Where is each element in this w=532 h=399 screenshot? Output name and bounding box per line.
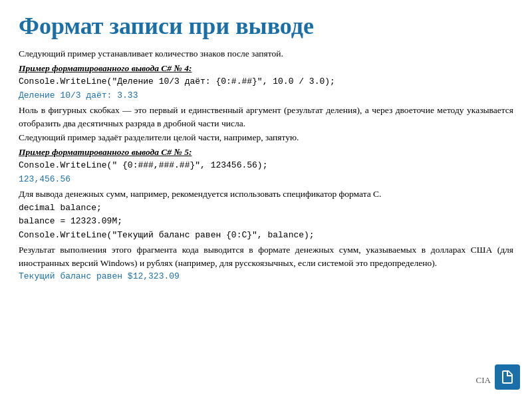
document-icon: [499, 369, 515, 385]
example4-label: Пример форматированного вывода C# № 4:: [19, 62, 513, 75]
bottom-right-icon: [495, 364, 520, 390]
example5-output: 123,456.56: [19, 174, 513, 186]
content-area: Следующий пример устанавливает количеств…: [19, 47, 513, 283]
para2: Для вывода денежных сумм, например, реко…: [19, 188, 513, 201]
example4-code: Console.WriteLine("Деление 10/3 даёт: {0…: [19, 76, 513, 88]
code2: balance = 12323.09M;: [19, 215, 513, 228]
para1: Ноль в фигурных скобках — это первый и е…: [19, 104, 513, 130]
example5-code: Console.WriteLine(" {0:###,###.##}", 123…: [19, 160, 513, 172]
code3: Console.WriteLine("Текущий баланс равен …: [19, 229, 513, 242]
example5-label-text: Пример форматированного вывода C# № 5:: [19, 147, 192, 157]
final-output: Текущий баланс равен $12,323.09: [19, 271, 513, 283]
example4-output: Деление 10/3 даёт: 3.33: [19, 90, 513, 102]
example4-label-text: Пример форматированного вывода C# № 4:: [19, 63, 192, 73]
line2: Следующий пример задаёт разделители цело…: [19, 131, 513, 144]
para3: Результат выполнения этого фрагмента код…: [19, 243, 513, 269]
slide: Формат записи при выводе Следующий приме…: [0, 0, 532, 399]
example5-label: Пример форматированного вывода C# № 5:: [19, 146, 513, 159]
line1: Следующий пример устанавливает количеств…: [19, 47, 513, 61]
slide-title: Формат записи при выводе: [19, 12, 513, 41]
code1: decimal balance;: [19, 202, 513, 215]
cia-label: CIA: [476, 375, 491, 386]
